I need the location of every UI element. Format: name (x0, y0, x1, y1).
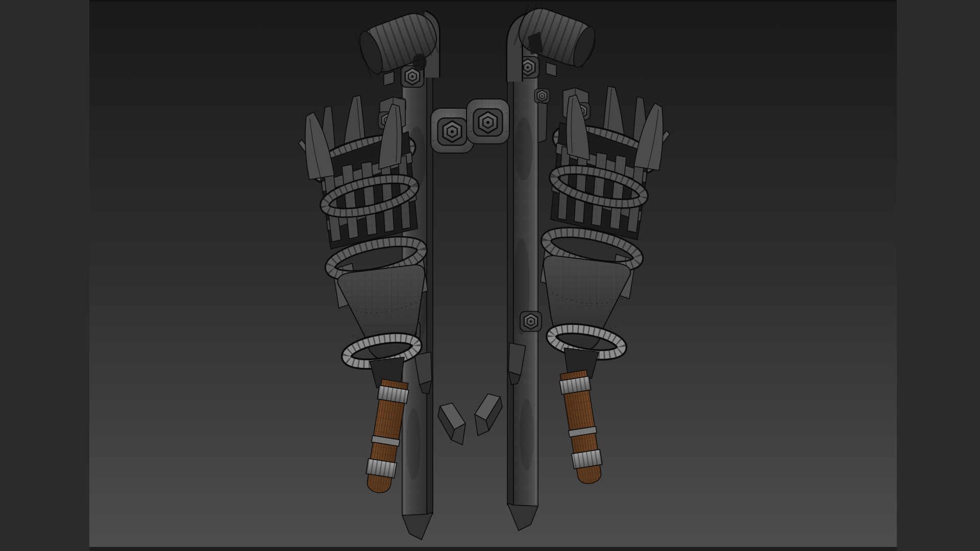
viewport-bottom-strip (89, 547, 897, 551)
viewport-top-edge (89, 0, 897, 2)
3d-viewport[interactable] (0, 0, 980, 551)
left-bar (0, 0, 89, 551)
right-bar (897, 0, 980, 551)
viewport-canvas[interactable] (89, 0, 897, 551)
hook-gap (412, 54, 427, 71)
viewport-frame (0, 0, 980, 551)
